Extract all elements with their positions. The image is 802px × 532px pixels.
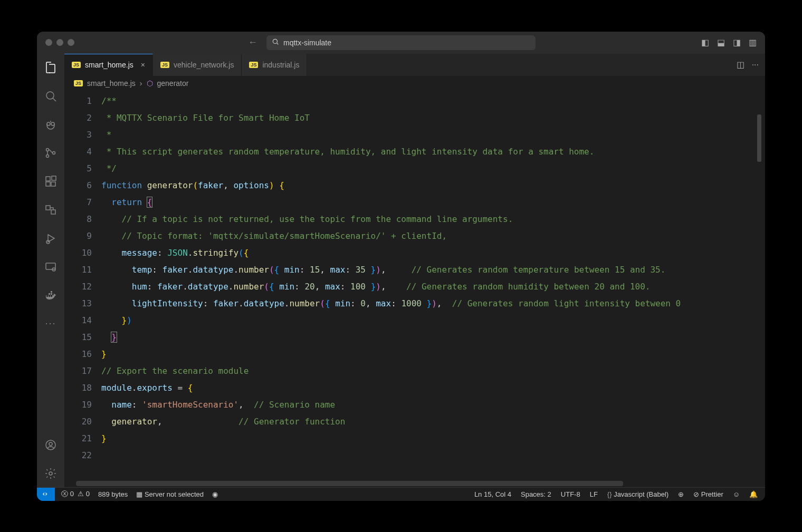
indentation-status[interactable]: Spaces: 2: [521, 490, 551, 498]
code-line[interactable]: // If a topic is not returned, use the t…: [101, 211, 765, 228]
tab-industrial-js[interactable]: JSindustrial.js: [242, 54, 307, 76]
code-line[interactable]: return {: [101, 194, 765, 211]
toggle-secondary-sidebar-icon[interactable]: ◨: [733, 37, 741, 47]
tab-vehicle_network-js[interactable]: JSvehicle_network.js: [153, 54, 242, 76]
file-size-status[interactable]: 889 bytes: [98, 490, 128, 498]
svg-line-1: [277, 43, 279, 45]
code-line[interactable]: name: 'smartHomeScenario', // Scenario n…: [101, 396, 765, 413]
command-center[interactable]: mqttx-simulate: [266, 35, 536, 50]
line-number: 14: [64, 312, 92, 329]
status-bar: ⓧ 0 ⚠ 0 889 bytes ▦ Server not selected …: [37, 487, 765, 501]
split-editor-icon[interactable]: ◫: [737, 60, 744, 70]
horizontal-scrollbar[interactable]: [76, 481, 760, 486]
line-number: 6: [64, 177, 92, 194]
code-line[interactable]: // Export the scenario module: [101, 363, 765, 380]
server-status[interactable]: ▦ Server not selected: [136, 490, 204, 498]
eol-status[interactable]: LF: [590, 490, 598, 498]
tab-smart_home-js[interactable]: JSsmart_home.js×: [64, 54, 153, 76]
close-tab-icon[interactable]: ×: [141, 61, 145, 69]
editor-group: JSsmart_home.js×JSvehicle_network.jsJSin…: [64, 54, 765, 487]
accounts-icon[interactable]: [43, 438, 58, 452]
problems-status[interactable]: ⓧ 0 ⚠ 0: [61, 489, 90, 499]
code-editor[interactable]: 12345678910111213141516171819202122 /** …: [64, 91, 765, 487]
explorer-icon[interactable]: [43, 60, 58, 75]
code-line[interactable]: [101, 447, 765, 464]
toggle-panel-icon[interactable]: ⬓: [717, 37, 725, 47]
svg-point-8: [53, 151, 55, 154]
svg-rect-13: [46, 206, 50, 210]
code-line[interactable]: hum: faker.datatype.number({ min: 20, ma…: [101, 278, 765, 295]
code-line[interactable]: }: [101, 430, 765, 447]
source-control-icon[interactable]: [43, 146, 58, 160]
code-line[interactable]: // Topic format: 'mqttx/simulate/smartHo…: [101, 228, 765, 245]
more-actions-icon[interactable]: ···: [752, 60, 759, 70]
feedback-icon[interactable]: ☺: [733, 490, 740, 498]
line-number: 17: [64, 363, 92, 380]
live-share-icon[interactable]: ◉: [212, 490, 218, 498]
code-line[interactable]: }: [101, 329, 765, 346]
layout-controls: ◧ ⬓ ◨ ▥: [701, 37, 757, 47]
encoding-status[interactable]: UTF-8: [561, 490, 580, 498]
tab-label: industrial.js: [262, 61, 299, 69]
code-line[interactable]: module.exports = {: [101, 380, 765, 396]
js-file-icon: JS: [249, 62, 258, 68]
code-line[interactable]: message: JSON.stringify({: [101, 245, 765, 262]
docker-icon[interactable]: [43, 288, 58, 303]
customize-layout-icon[interactable]: ▥: [749, 37, 757, 47]
run-debug-icon[interactable]: [43, 231, 58, 246]
code-line[interactable]: generator, // Generator function: [101, 413, 765, 430]
nav-back-icon[interactable]: ←: [248, 37, 257, 48]
extensions-icon[interactable]: [43, 174, 58, 189]
svg-point-7: [46, 154, 49, 157]
copilot-status-icon[interactable]: ⊕: [678, 490, 684, 498]
overflow-icon[interactable]: ···: [43, 316, 58, 331]
code-line[interactable]: */: [101, 160, 765, 177]
code-line[interactable]: }: [101, 346, 765, 363]
line-number: 15: [64, 329, 92, 346]
js-file-icon: JS: [160, 62, 169, 68]
line-number: 2: [64, 110, 92, 127]
code-line[interactable]: /**: [101, 93, 765, 110]
cursor-position-status[interactable]: Ln 15, Col 4: [474, 490, 511, 498]
svg-point-0: [273, 39, 277, 43]
code-line[interactable]: * This script generates random temperatu…: [101, 143, 765, 160]
code-line[interactable]: *: [101, 127, 765, 143]
line-number: 11: [64, 262, 92, 278]
line-number: 5: [64, 160, 92, 177]
code-line[interactable]: function generator(faker, options) {: [101, 177, 765, 194]
settings-gear-icon[interactable]: [43, 466, 58, 481]
svg-point-20: [49, 442, 52, 446]
code-line[interactable]: }): [101, 312, 765, 329]
notifications-icon[interactable]: 🔔: [749, 490, 758, 498]
search-activity-icon[interactable]: [43, 89, 58, 103]
close-window-icon[interactable]: [45, 39, 52, 46]
line-number: 18: [64, 380, 92, 396]
command-center-text: mqttx-simulate: [283, 38, 331, 47]
svg-rect-10: [46, 182, 50, 186]
remote-window-icon[interactable]: [43, 259, 58, 274]
code-content[interactable]: /** * MQTTX Scenario File for Smart Home…: [101, 91, 765, 487]
remote-indicator[interactable]: [37, 488, 55, 501]
code-line[interactable]: temp: faker.datatype.number({ min: 15, m…: [101, 262, 765, 278]
breadcrumb-file: smart_home.js: [87, 79, 136, 88]
line-number: 13: [64, 295, 92, 312]
tab-label: smart_home.js: [85, 61, 133, 69]
svg-rect-9: [46, 177, 50, 181]
minimap[interactable]: [756, 91, 763, 196]
toggle-primary-sidebar-icon[interactable]: ◧: [701, 37, 709, 47]
line-number: 20: [64, 413, 92, 430]
code-line[interactable]: * MQTTX Scenario File for Smart Home IoT: [101, 110, 765, 127]
svg-point-2: [46, 92, 54, 99]
minimize-window-icon[interactable]: [56, 39, 63, 46]
svg-point-21: [49, 472, 52, 475]
copilot-icon[interactable]: [43, 117, 58, 132]
line-number: 16: [64, 346, 92, 363]
language-mode-status[interactable]: {} Javascript (Babel): [607, 490, 669, 498]
breadcrumb[interactable]: JS smart_home.js › ⬡ generator: [64, 76, 765, 91]
tab-bar: JSsmart_home.js×JSvehicle_network.jsJSin…: [64, 54, 765, 76]
line-number: 8: [64, 211, 92, 228]
formatter-status[interactable]: ⊘ Prettier: [693, 490, 723, 498]
zoom-window-icon[interactable]: [68, 39, 74, 46]
remote-explorer-icon[interactable]: [43, 202, 58, 217]
code-line[interactable]: lightIntensity: faker.datatype.number({ …: [101, 295, 765, 312]
